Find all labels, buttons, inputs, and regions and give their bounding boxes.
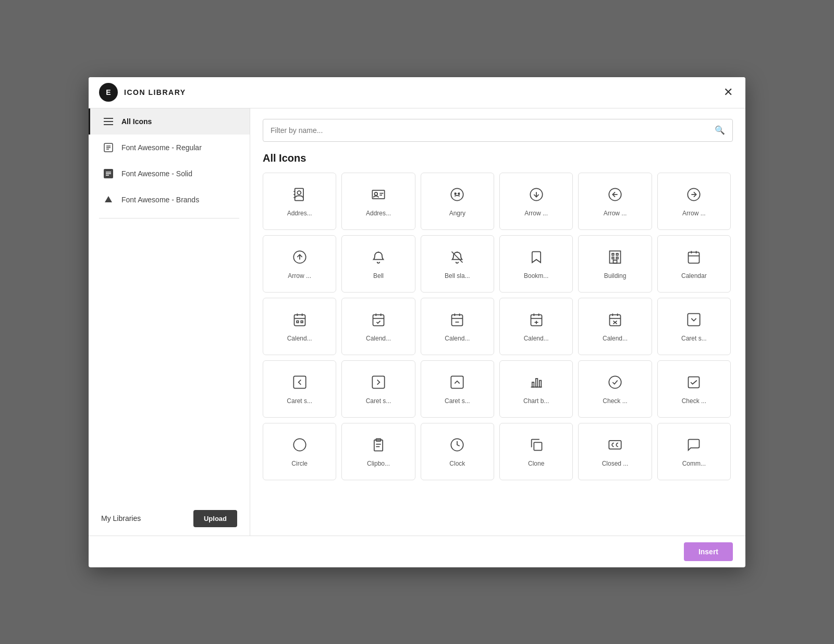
icon-card-caret-square-right[interactable]: Caret s... (341, 360, 415, 418)
icon-symbol-clone (529, 438, 544, 455)
sidebar-item-fa-brands[interactable]: Font Awesome - Brands (89, 187, 250, 213)
icon-card-chart-bar[interactable]: Chart b... (499, 360, 573, 418)
icon-symbol-calendar-xmark (608, 312, 622, 330)
icon-card-caret-square-left[interactable]: Caret s... (263, 360, 336, 418)
sidebar-footer: My Libraries Upload (89, 502, 250, 536)
icon-symbol-chart-bar (529, 375, 544, 392)
icon-card-clipboard[interactable]: Clipbo... (341, 423, 415, 480)
icon-symbol-building (608, 250, 622, 267)
icon-card-caret-square-down[interactable]: Caret s... (657, 298, 731, 355)
icon-label-circle: Circle (291, 460, 308, 467)
icon-card-bell[interactable]: Bell (341, 235, 415, 293)
icon-label-angry: Angry (449, 210, 465, 217)
icon-symbol-calendar-plus (529, 312, 544, 330)
icon-label-check-square: Check ... (682, 397, 706, 405)
insert-button[interactable]: Insert (684, 542, 733, 561)
svg-rect-52 (373, 315, 384, 326)
modal-header: E ICON LIBRARY ✕ (89, 77, 745, 108)
close-button[interactable]: ✕ (721, 84, 735, 100)
icon-label-bell-slash: Bell sla... (445, 272, 470, 280)
svg-rect-80 (539, 381, 541, 387)
svg-rect-36 (609, 251, 620, 263)
modal-title: ICON LIBRARY (124, 88, 186, 96)
upload-button[interactable]: Upload (193, 510, 237, 527)
icon-symbol-calendar (686, 250, 701, 267)
icon-card-check-square[interactable]: Check ... (657, 360, 731, 418)
svg-rect-56 (452, 315, 463, 326)
icon-card-calendar-minus[interactable]: Calend... (421, 298, 494, 355)
icon-label-clock: Clock (449, 460, 465, 467)
icon-card-calendar[interactable]: Calendar (657, 235, 731, 293)
icon-card-address-book[interactable]: Addres... (263, 173, 336, 230)
svg-rect-61 (531, 315, 542, 326)
main-content: 🔍 All Icons Addres... Addres... Angry (250, 108, 745, 536)
icon-label-arrow-right-circle: Arrow ... (682, 210, 706, 217)
svg-rect-41 (613, 260, 617, 263)
icon-label-caret-square-right: Caret s... (366, 397, 391, 405)
svg-point-20 (451, 188, 463, 200)
svg-point-23 (455, 193, 456, 195)
modal-footer: Insert (89, 536, 745, 567)
icon-label-calendar: Calendar (681, 272, 707, 280)
icon-label-closed-captions: Closed ... (602, 460, 629, 467)
icon-card-calendar-plus[interactable]: Calend... (499, 298, 573, 355)
icon-symbol-closed-captions (608, 438, 622, 455)
icon-card-arrow-right-circle[interactable]: Arrow ... (657, 173, 731, 230)
svg-rect-67 (609, 315, 620, 326)
icon-symbol-caret-square-up (450, 375, 464, 392)
icon-card-calendar-check[interactable]: Calend... (341, 298, 415, 355)
search-input[interactable] (271, 126, 715, 135)
sidebar-icon-fa-solid (103, 168, 114, 179)
icon-card-caret-square-up[interactable]: Caret s... (421, 360, 494, 418)
icon-card-calendar-xmark[interactable]: Calend... (578, 298, 652, 355)
icon-card-calendar-days[interactable]: Calend... (263, 298, 336, 355)
icon-label-comment: Comm... (682, 460, 706, 467)
sidebar: All Icons Font Awesome - Regular Font Aw… (89, 108, 250, 536)
icon-card-circle[interactable]: Circle (263, 423, 336, 480)
icon-label-caret-square-up: Caret s... (445, 397, 470, 405)
icon-card-bookmark[interactable]: Bookm... (499, 235, 573, 293)
svg-rect-79 (535, 379, 537, 387)
icon-card-building[interactable]: Building (578, 235, 652, 293)
sidebar-item-label-fa-regular: Font Awesome - Regular (121, 143, 202, 152)
icon-card-clock[interactable]: Clock (421, 423, 494, 480)
icon-symbol-clock (450, 438, 464, 455)
svg-rect-46 (294, 315, 305, 326)
icon-card-arrow-up-circle[interactable]: Arrow ... (263, 235, 336, 293)
icon-card-arrow-down-circle[interactable]: Arrow ... (499, 173, 573, 230)
icon-library-modal: E ICON LIBRARY ✕ All Icons Font Awesome … (89, 77, 745, 567)
search-icon: 🔍 (715, 125, 725, 135)
icon-symbol-arrow-down-circle (529, 187, 544, 204)
sidebar-icon-fa-brands (103, 194, 114, 205)
sidebar-item-all-icons[interactable]: All Icons (89, 108, 250, 135)
svg-point-83 (293, 439, 305, 451)
icon-symbol-clipboard (371, 438, 386, 455)
svg-point-17 (374, 192, 377, 196)
icon-symbol-arrow-left-circle (608, 187, 622, 204)
icon-card-arrow-left-circle[interactable]: Arrow ... (578, 173, 652, 230)
svg-rect-51 (301, 321, 303, 323)
icon-card-clone[interactable]: Clone (499, 423, 573, 480)
sidebar-icon-all-icons (103, 116, 114, 127)
logo: E (99, 83, 118, 102)
my-libraries-label: My Libraries (101, 514, 141, 523)
sidebar-icon-fa-regular (103, 142, 114, 153)
icon-card-check-circle[interactable]: Check ... (578, 360, 652, 418)
icon-label-calendar-check: Calend... (366, 335, 391, 342)
svg-rect-75 (372, 376, 384, 388)
icon-label-caret-square-down: Caret s... (681, 335, 707, 342)
icon-card-closed-captions[interactable]: Closed ... (578, 423, 652, 480)
sidebar-item-fa-regular[interactable]: Font Awesome - Regular (89, 135, 250, 161)
icon-card-angry[interactable]: Angry (421, 173, 494, 230)
icon-symbol-calendar-days (292, 312, 307, 330)
sidebar-item-fa-solid[interactable]: Font Awesome - Solid (89, 161, 250, 187)
icon-symbol-bell-slash (450, 250, 464, 267)
icon-label-calendar-plus: Calend... (524, 335, 549, 342)
icon-card-bell-slash[interactable]: Bell sla... (421, 235, 494, 293)
icon-card-comment[interactable]: Comm... (657, 423, 731, 480)
icon-symbol-circle (292, 438, 307, 455)
icon-card-address-card[interactable]: Addres... (341, 173, 415, 230)
icon-symbol-bell (371, 250, 386, 267)
svg-rect-76 (451, 376, 463, 388)
icon-symbol-angry (450, 187, 464, 204)
